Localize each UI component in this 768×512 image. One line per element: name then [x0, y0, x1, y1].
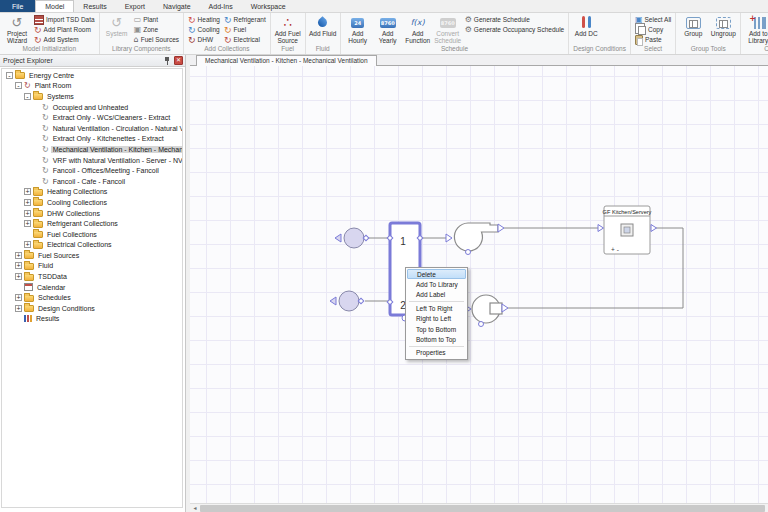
add-hourly-button[interactable]: 24Add Hourly [343, 14, 373, 44]
context-menu-item-right-to-left[interactable]: Right to Left [407, 314, 466, 324]
tree-expander-icon[interactable]: + [24, 220, 31, 227]
fan-component-2[interactable] [465, 295, 508, 327]
add-plant-room-button[interactable]: ↻Add Plant Room [32, 25, 97, 34]
context-menu-item-add-to-library[interactable]: Add To Library [407, 279, 466, 289]
tree-item-fuel-sources[interactable]: +Fuel Sources [2, 250, 182, 261]
tree-expander-icon[interactable]: + [15, 305, 22, 312]
tree-expander-icon[interactable]: + [15, 294, 22, 301]
tree-item-fancoil-offices-meeting-fancoil[interactable]: +↻Fancoil - Offices/Meeting - Fancoil [2, 165, 182, 176]
tree-item-systems[interactable]: -Systems [2, 91, 182, 102]
heating-button[interactable]: ↻Heating [186, 15, 222, 24]
tree-expander-icon[interactable]: - [24, 93, 31, 100]
context-menu-item-add-label[interactable]: Add Label [407, 290, 466, 300]
close-panel-button[interactable]: ✕ [174, 56, 183, 65]
tree-item-calendar[interactable]: +Calendar [2, 282, 182, 293]
generate-occupancy-schedule-button[interactable]: ⚙Generate Occupancy Schedule [463, 25, 567, 34]
refrigerant-button[interactable]: ↻Refrigerant [222, 15, 268, 24]
add-function-button[interactable]: f(x)Add Function [403, 14, 433, 44]
air-node-1[interactable] [335, 228, 369, 248]
system-icon: ↻ [42, 177, 49, 186]
tree-item-design-conditions[interactable]: +Design Conditions [2, 303, 182, 314]
ribbon-group-fluid: Add FluidFluid [306, 13, 341, 54]
tree-item-schedules[interactable]: +Schedules [2, 292, 182, 303]
scrollbar-thumb[interactable] [200, 505, 765, 512]
tree-item-energy-centre[interactable]: -Energy Centre [2, 70, 182, 81]
add-system-button[interactable]: ↻Add System [32, 35, 97, 44]
add-plant-room-label: Add Plant Room [44, 26, 91, 33]
zone-component[interactable]: GF Kitchen/Servery + - [598, 206, 657, 254]
tree-item-plant-room[interactable]: -↻Plant Room [2, 81, 182, 92]
pin-icon[interactable] [164, 56, 171, 65]
menu-tab-navigate[interactable]: Navigate [154, 0, 200, 12]
tree-item-extract-only-wcs-cleaners-extract[interactable]: +↻Extract Only - WCs/Cleaners - Extract [2, 112, 182, 123]
tree-item-occupied-and-unheated[interactable]: +↻Occupied and Unheated [2, 102, 182, 113]
group-button[interactable]: Group [678, 14, 708, 37]
copy-button[interactable]: Copy [633, 25, 673, 34]
tree-expander-icon[interactable]: + [24, 199, 31, 206]
project-wizard-button[interactable]: ↺Project Wizard [2, 14, 32, 44]
document-tab[interactable]: Mechanical Ventilation - Kitchen - Mecha… [196, 55, 377, 66]
tree-item-mechanical-ventilation-kitchen-mechanical-ventilation[interactable]: +↻Mechanical Ventilation - Kitchen - Mec… [2, 144, 182, 155]
ribbon-group-label: Fuel [273, 44, 303, 54]
tree-expander-icon[interactable]: - [15, 82, 22, 89]
add-dc-button[interactable]: Add DC [571, 14, 601, 37]
fuel-button[interactable]: ↻Fuel [222, 25, 268, 34]
tree-expander-icon[interactable]: - [6, 72, 13, 79]
select-all-button[interactable]: ▣Select All [633, 15, 673, 24]
plant-button[interactable]: ▭Plant [132, 15, 181, 24]
menu-bar: FileModelResultsExportNavigateAdd-InsWor… [0, 0, 768, 13]
tree-item-refrigerant-collections[interactable]: +Refrigerant Collections [2, 218, 182, 229]
ungroup-button[interactable]: Ungroup [708, 14, 738, 37]
fan-component-1[interactable] [446, 223, 504, 255]
tree-expander-icon[interactable]: + [24, 188, 31, 195]
ribbon-group-label: Add Collections [186, 44, 268, 54]
add-yearly-button[interactable]: 8760Add Yearly [373, 14, 403, 44]
tree-expander-icon[interactable]: + [15, 273, 22, 280]
scroll-left-arrow-icon[interactable]: ◄ [190, 504, 200, 512]
tree-expander-icon[interactable]: + [15, 252, 22, 259]
cooling-button[interactable]: ↻Cooling [186, 25, 222, 34]
zone-button[interactable]: ▣Zone [132, 25, 181, 34]
tree-item-results[interactable]: +Results [2, 314, 182, 325]
air-node-2[interactable] [330, 291, 364, 311]
context-menu-item-delete[interactable]: Delete [407, 269, 466, 279]
menu-tab-model[interactable]: Model [35, 0, 74, 12]
schematic-canvas[interactable]: 1 2 [190, 66, 768, 503]
add-fuel-source-button[interactable]: ∴Add Fuel Source [273, 14, 303, 44]
horizontal-scrollbar[interactable]: ◄ [190, 503, 768, 512]
context-menu-item-top-to-bottom[interactable]: Top to Bottom [407, 324, 466, 334]
generate-schedule-button[interactable]: ⚙Generate Schedule [463, 15, 567, 24]
menu-tab-add-ins[interactable]: Add-Ins [200, 0, 242, 12]
tree-item-tsddata[interactable]: +TSDData [2, 271, 182, 282]
tree-item-fancoil-cafe-fancoil[interactable]: +↻Fancoil - Cafe - Fancoil [2, 176, 182, 187]
tree-item-dhw-collections[interactable]: +DHW Collections [2, 208, 182, 219]
electrical-button[interactable]: ↻Electrical [222, 35, 268, 44]
ribbon-group-fuel: ∴Add Fuel SourceFuel [271, 13, 306, 54]
add-to-library-button[interactable]: Add to Library [743, 14, 768, 44]
menu-tab-export[interactable]: Export [116, 0, 154, 12]
dhw-button[interactable]: ↻DHW [186, 35, 222, 44]
tree-expander-icon[interactable]: + [24, 210, 31, 217]
context-menu-item-properties[interactable]: Properties [407, 348, 466, 358]
group-label: Group [684, 30, 702, 37]
import-tsd-data-button[interactable]: Import TSD Data [32, 15, 97, 24]
menu-tab-results[interactable]: Results [74, 0, 115, 12]
tree-item-vrf-with-natural-ventilation-server-nv-vrf[interactable]: +↻VRF with Natural Ventilation - Server … [2, 155, 182, 166]
tree-item-cooling-collections[interactable]: +Cooling Collections [2, 197, 182, 208]
tree-item-extract-only-kitchenettes-extract[interactable]: +↻Extract Only - Kitchenettes - Extract [2, 134, 182, 145]
tree-item-natural-ventilation-circulation-natural-ventilation[interactable]: +↻Natural Ventilation - Circulation - Na… [2, 123, 182, 134]
tree-item-fluid[interactable]: +Fluid [2, 261, 182, 272]
add-fluid-button[interactable]: Add Fluid [308, 14, 338, 37]
menu-tab-workspace[interactable]: Workspace [242, 0, 295, 12]
menu-separator [409, 301, 464, 302]
tree-item-fuel-collections[interactable]: +Fuel Collections [2, 229, 182, 240]
tree-expander-icon[interactable]: + [15, 262, 22, 269]
fuel-sources-button[interactable]: ⌂Fuel Sources [132, 35, 181, 44]
context-menu-item-bottom-to-top[interactable]: Bottom to Top [407, 334, 466, 344]
context-menu-item-left-to-right[interactable]: Left To Right [407, 303, 466, 313]
paste-button[interactable]: Paste [633, 35, 673, 44]
tree-item-electrical-collections[interactable]: +Electrical Collections [2, 240, 182, 251]
tree-item-heating-collections[interactable]: +Heating Collections [2, 187, 182, 198]
tree-expander-icon[interactable]: + [24, 241, 31, 248]
menu-tab-file[interactable]: File [0, 0, 35, 12]
